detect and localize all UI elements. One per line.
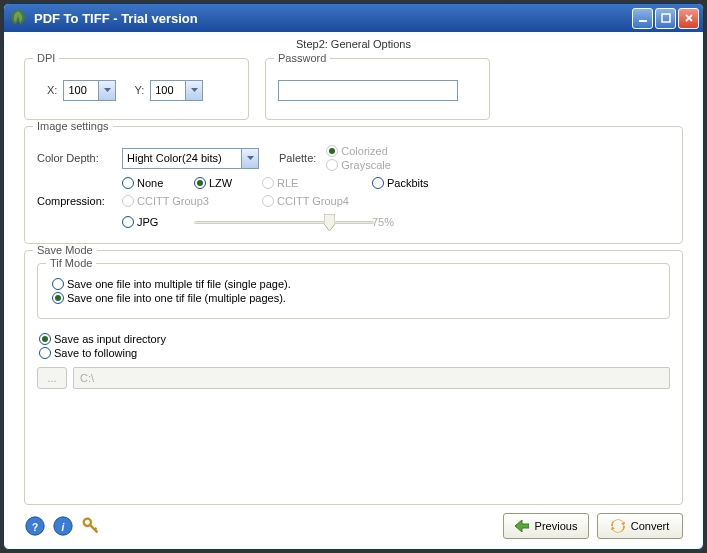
save-mode-title: Save Mode — [33, 244, 97, 256]
browse-button: ... — [37, 367, 67, 389]
step-label: Step2: General Options — [24, 38, 683, 50]
dpi-x-combo[interactable] — [63, 80, 116, 101]
dpi-group: DPI X: Y: — [24, 58, 249, 120]
window-title: PDF To TIFF - Trial version — [34, 11, 632, 26]
title-bar: PDF To TIFF - Trial version — [4, 4, 703, 32]
tif-mode-title: Tif Mode — [46, 257, 96, 269]
app-icon — [8, 8, 28, 28]
color-depth-input[interactable] — [123, 152, 241, 164]
slider-thumb-icon[interactable] — [324, 214, 335, 232]
jpg-quality-value: 75% — [372, 216, 492, 228]
compression-rle-radio: RLE — [262, 177, 372, 189]
save-to-following-radio[interactable]: Save to following — [39, 347, 137, 359]
compression-none-radio[interactable]: None — [122, 177, 194, 189]
window-buttons — [632, 8, 699, 29]
jpg-quality-slider[interactable] — [194, 213, 374, 231]
dpi-title: DPI — [33, 52, 59, 64]
main-window: PDF To TIFF - Trial version Step2: Gener… — [3, 3, 704, 550]
compression-lzw-radio[interactable]: LZW — [194, 177, 262, 189]
compression-label: Compression: — [37, 195, 122, 207]
palette-label: Palette: — [279, 152, 316, 164]
palette-grayscale-radio: Grayscale — [326, 159, 391, 171]
password-title: Password — [274, 52, 330, 64]
footer: ? i Previous Convert — [24, 505, 683, 539]
palette-colorized-radio: Colorized — [326, 145, 391, 157]
password-group: Password — [265, 58, 490, 120]
minimize-button[interactable] — [632, 8, 653, 29]
dpi-x-label: X: — [47, 84, 57, 96]
save-mode-group: Save Mode Tif Mode Save one file into mu… — [24, 250, 683, 505]
chevron-down-icon — [191, 88, 198, 92]
image-settings-title: Image settings — [33, 120, 113, 132]
dpi-x-dropdown-button[interactable] — [98, 81, 115, 100]
svg-rect-1 — [662, 14, 670, 22]
compression-ccitt3-radio: CCITT Group3 — [122, 195, 262, 207]
dpi-x-input[interactable] — [64, 84, 98, 96]
svg-text:?: ? — [32, 522, 38, 533]
compression-packbits-radio[interactable]: Packbits — [372, 177, 492, 189]
compression-ccitt4-radio: CCITT Group4 — [262, 195, 492, 207]
key-icon[interactable] — [80, 515, 102, 537]
info-icon[interactable]: i — [52, 515, 74, 537]
tif-mode-group: Tif Mode Save one file into multiple tif… — [37, 263, 670, 319]
chevron-down-icon — [104, 88, 111, 92]
dpi-y-combo[interactable] — [150, 80, 203, 101]
tif-multiple-pages-radio[interactable]: Save one file into one tif file (multipl… — [52, 292, 286, 304]
compression-jpg-radio[interactable]: JPG — [122, 216, 194, 228]
arrow-left-icon — [515, 520, 529, 532]
close-button[interactable] — [678, 8, 699, 29]
chevron-down-icon — [247, 156, 254, 160]
color-depth-dropdown-button[interactable] — [241, 149, 258, 168]
svg-rect-0 — [639, 20, 647, 22]
maximize-button[interactable] — [655, 8, 676, 29]
dpi-y-label: Y: — [134, 84, 144, 96]
content-area: Step2: General Options DPI X: Y: Passwor… — [4, 32, 703, 549]
dpi-y-input[interactable] — [151, 84, 185, 96]
refresh-icon — [611, 519, 625, 533]
convert-button[interactable]: Convert — [597, 513, 683, 539]
svg-text:i: i — [62, 522, 65, 533]
password-input[interactable] — [278, 80, 458, 101]
tif-single-page-radio[interactable]: Save one file into multiple tif file (si… — [52, 278, 291, 290]
color-depth-label: Color Depth: — [37, 152, 122, 164]
help-icon[interactable]: ? — [24, 515, 46, 537]
save-path-input — [73, 367, 670, 389]
save-as-input-radio[interactable]: Save as input directory — [39, 333, 166, 345]
dpi-y-dropdown-button[interactable] — [185, 81, 202, 100]
previous-button[interactable]: Previous — [503, 513, 589, 539]
image-settings-group: Image settings Color Depth: Palette: Col… — [24, 126, 683, 244]
color-depth-combo[interactable] — [122, 148, 259, 169]
